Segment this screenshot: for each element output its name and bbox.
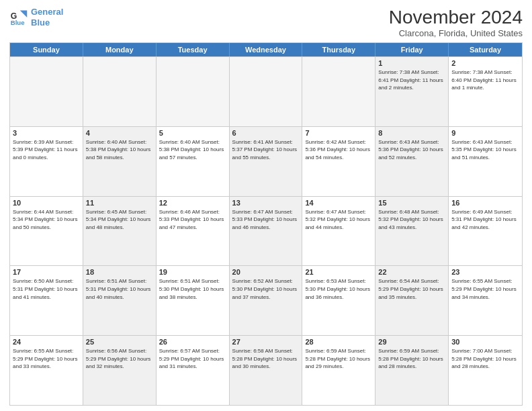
cal-cell: 28Sunrise: 6:59 AM Sunset: 5:28 PM Dayli…	[302, 336, 375, 405]
calendar-body: 1Sunrise: 7:38 AM Sunset: 6:41 PM Daylig…	[10, 56, 522, 405]
cell-info: Sunrise: 6:40 AM Sunset: 5:38 PM Dayligh…	[159, 138, 226, 162]
cell-info: Sunrise: 6:47 AM Sunset: 5:33 PM Dayligh…	[232, 208, 300, 232]
day-number: 27	[232, 338, 300, 346]
day-number: 2	[451, 59, 519, 67]
cal-cell: 12Sunrise: 6:46 AM Sunset: 5:33 PM Dayli…	[157, 197, 230, 266]
cell-info: Sunrise: 6:45 AM Sunset: 5:34 PM Dayligh…	[86, 208, 153, 232]
day-number: 23	[451, 268, 519, 276]
cal-cell: 13Sunrise: 6:47 AM Sunset: 5:33 PM Dayli…	[230, 197, 303, 266]
day-number: 3	[13, 129, 80, 137]
cal-cell: 27Sunrise: 6:58 AM Sunset: 5:28 PM Dayli…	[230, 336, 303, 405]
day-number: 21	[305, 268, 372, 276]
header-friday: Friday	[375, 43, 449, 56]
header-tuesday: Tuesday	[157, 43, 230, 56]
cell-info: Sunrise: 6:40 AM Sunset: 5:38 PM Dayligh…	[86, 138, 153, 162]
header-wednesday: Wednesday	[230, 43, 303, 56]
day-number: 28	[305, 338, 372, 346]
day-number: 29	[378, 338, 445, 346]
cal-cell: 20Sunrise: 6:52 AM Sunset: 5:30 PM Dayli…	[230, 266, 303, 335]
cal-cell	[230, 57, 303, 126]
cal-cell: 8Sunrise: 6:43 AM Sunset: 5:36 PM Daylig…	[375, 127, 449, 196]
day-number: 1	[378, 59, 445, 67]
day-number: 18	[86, 268, 153, 276]
cell-info: Sunrise: 6:52 AM Sunset: 5:30 PM Dayligh…	[232, 277, 300, 301]
day-number: 25	[86, 338, 153, 346]
cal-cell: 22Sunrise: 6:54 AM Sunset: 5:29 PM Dayli…	[375, 266, 449, 335]
cell-info: Sunrise: 6:43 AM Sunset: 5:35 PM Dayligh…	[451, 138, 519, 162]
cell-info: Sunrise: 6:49 AM Sunset: 5:31 PM Dayligh…	[451, 208, 519, 232]
cell-info: Sunrise: 6:51 AM Sunset: 5:30 PM Dayligh…	[159, 277, 226, 301]
cell-info: Sunrise: 7:00 AM Sunset: 5:28 PM Dayligh…	[451, 347, 519, 371]
header-monday: Monday	[83, 43, 157, 56]
day-number: 5	[159, 129, 226, 137]
cal-cell	[157, 57, 230, 126]
cal-week-3: 10Sunrise: 6:44 AM Sunset: 5:34 PM Dayli…	[10, 196, 522, 266]
cal-cell: 4Sunrise: 6:40 AM Sunset: 5:38 PM Daylig…	[83, 127, 157, 196]
day-number: 26	[159, 338, 226, 346]
cell-info: Sunrise: 7:38 AM Sunset: 6:40 PM Dayligh…	[451, 68, 519, 92]
cal-cell: 16Sunrise: 6:49 AM Sunset: 5:31 PM Dayli…	[449, 197, 522, 266]
cal-cell: 10Sunrise: 6:44 AM Sunset: 5:34 PM Dayli…	[10, 197, 83, 266]
cal-cell: 11Sunrise: 6:45 AM Sunset: 5:34 PM Dayli…	[83, 197, 157, 266]
calendar-header: Sunday Monday Tuesday Wednesday Thursday…	[10, 43, 522, 56]
day-number: 24	[13, 338, 80, 346]
calendar: Sunday Monday Tuesday Wednesday Thursday…	[9, 42, 523, 406]
cal-cell: 9Sunrise: 6:43 AM Sunset: 5:35 PM Daylig…	[449, 127, 522, 196]
day-number: 12	[159, 199, 226, 207]
header-saturday: Saturday	[449, 43, 522, 56]
day-number: 11	[86, 199, 153, 207]
cal-cell: 6Sunrise: 6:41 AM Sunset: 5:37 PM Daylig…	[230, 127, 303, 196]
header-thursday: Thursday	[302, 43, 375, 56]
cal-cell: 30Sunrise: 7:00 AM Sunset: 5:28 PM Dayli…	[449, 336, 522, 405]
cell-info: Sunrise: 6:48 AM Sunset: 5:32 PM Dayligh…	[378, 208, 445, 232]
day-number: 22	[378, 268, 445, 276]
day-number: 4	[86, 129, 153, 137]
logo: G Blue General Blue	[9, 7, 63, 28]
cell-info: Sunrise: 6:54 AM Sunset: 5:29 PM Dayligh…	[378, 277, 445, 301]
cal-cell	[302, 57, 375, 126]
cell-info: Sunrise: 6:46 AM Sunset: 5:33 PM Dayligh…	[159, 208, 226, 232]
day-number: 9	[451, 129, 519, 137]
cal-cell	[83, 57, 157, 126]
day-number: 16	[451, 199, 519, 207]
cal-cell: 19Sunrise: 6:51 AM Sunset: 5:30 PM Dayli…	[157, 266, 230, 335]
day-number: 19	[159, 268, 226, 276]
cal-cell: 23Sunrise: 6:55 AM Sunset: 5:29 PM Dayli…	[449, 266, 522, 335]
cell-info: Sunrise: 6:56 AM Sunset: 5:29 PM Dayligh…	[86, 347, 153, 371]
cal-cell: 18Sunrise: 6:51 AM Sunset: 5:31 PM Dayli…	[83, 266, 157, 335]
cal-cell: 29Sunrise: 6:59 AM Sunset: 5:28 PM Dayli…	[375, 336, 449, 405]
day-number: 8	[378, 129, 445, 137]
location: Clarcona, Florida, United States	[389, 28, 523, 38]
logo-icon: G Blue	[9, 8, 28, 27]
day-number: 20	[232, 268, 300, 276]
day-number: 7	[305, 129, 372, 137]
cal-cell: 21Sunrise: 6:53 AM Sunset: 5:30 PM Dayli…	[302, 266, 375, 335]
day-number: 10	[13, 199, 80, 207]
cal-cell: 7Sunrise: 6:42 AM Sunset: 5:36 PM Daylig…	[302, 127, 375, 196]
cell-info: Sunrise: 6:42 AM Sunset: 5:36 PM Dayligh…	[305, 138, 372, 162]
cal-cell: 14Sunrise: 6:47 AM Sunset: 5:32 PM Dayli…	[302, 197, 375, 266]
cell-info: Sunrise: 6:39 AM Sunset: 5:39 PM Dayligh…	[13, 138, 80, 162]
cal-cell	[10, 57, 83, 126]
header-sunday: Sunday	[10, 43, 83, 56]
cal-week-4: 17Sunrise: 6:50 AM Sunset: 5:31 PM Dayli…	[10, 265, 522, 335]
svg-text:Blue: Blue	[11, 19, 25, 26]
cell-info: Sunrise: 6:44 AM Sunset: 5:34 PM Dayligh…	[13, 208, 80, 232]
month-title: November 2024	[389, 7, 523, 28]
cell-info: Sunrise: 6:57 AM Sunset: 5:29 PM Dayligh…	[159, 347, 226, 371]
day-number: 6	[232, 129, 300, 137]
cal-week-1: 1Sunrise: 7:38 AM Sunset: 6:41 PM Daylig…	[10, 56, 522, 126]
cell-info: Sunrise: 6:55 AM Sunset: 5:29 PM Dayligh…	[451, 277, 519, 301]
day-number: 14	[305, 199, 372, 207]
cell-info: Sunrise: 6:43 AM Sunset: 5:36 PM Dayligh…	[378, 138, 445, 162]
cal-cell: 26Sunrise: 6:57 AM Sunset: 5:29 PM Dayli…	[157, 336, 230, 405]
cal-cell: 2Sunrise: 7:38 AM Sunset: 6:40 PM Daylig…	[449, 57, 522, 126]
cal-cell: 17Sunrise: 6:50 AM Sunset: 5:31 PM Dayli…	[10, 266, 83, 335]
title-area: November 2024 Clarcona, Florida, United …	[389, 7, 523, 38]
cal-week-5: 24Sunrise: 6:55 AM Sunset: 5:29 PM Dayli…	[10, 335, 522, 405]
cell-info: Sunrise: 6:58 AM Sunset: 5:28 PM Dayligh…	[232, 347, 300, 371]
cell-info: Sunrise: 6:53 AM Sunset: 5:30 PM Dayligh…	[305, 277, 372, 301]
page: G Blue General Blue November 2024 Clarco…	[0, 0, 532, 411]
cell-info: Sunrise: 6:59 AM Sunset: 5:28 PM Dayligh…	[305, 347, 372, 371]
cell-info: Sunrise: 6:55 AM Sunset: 5:29 PM Dayligh…	[13, 347, 80, 371]
